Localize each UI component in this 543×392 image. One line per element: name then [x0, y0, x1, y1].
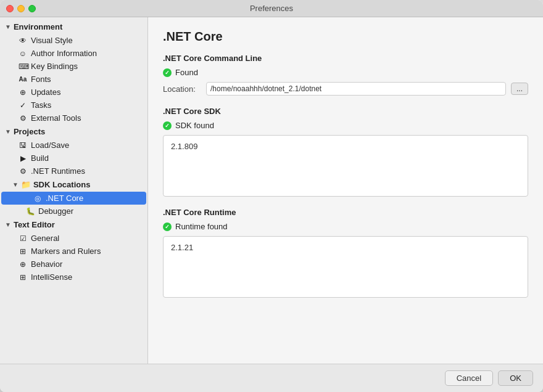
ok-button[interactable]: OK: [498, 370, 533, 386]
tasks-icon: ✓: [19, 101, 27, 110]
sidebar-item-label: Debugger: [38, 206, 73, 216]
runtime-title: .NET Core Runtime: [163, 208, 528, 217]
sidebar-item-key-bindings[interactable]: ⌨ Key Bindings: [1, 60, 146, 73]
sidebar-item-general[interactable]: ☑ General: [1, 232, 146, 245]
sidebar-item-label: Markers and Rulers: [31, 247, 101, 256]
updates-icon: ⊕: [19, 88, 27, 97]
sidebar-item-build[interactable]: ▶ Build: [1, 152, 146, 165]
sdk-section: .NET Core SDK SDK found 2.1.809: [163, 107, 528, 197]
sidebar-item-external-tools[interactable]: ⚙ External Tools: [1, 112, 146, 125]
runtime-version: 2.1.21: [171, 243, 193, 252]
build-icon: ▶: [19, 154, 27, 163]
intellisense-icon: ⊞: [19, 273, 27, 282]
markers-rulers-icon: ⊞: [19, 247, 27, 256]
command-line-section: .NET Core Command Line Found Location: .…: [163, 54, 528, 96]
command-line-title: .NET Core Command Line: [163, 54, 528, 63]
runtime-status-row: Runtime found: [163, 222, 528, 231]
sidebar-item-load-save[interactable]: 🖫 Load/Save: [1, 139, 146, 152]
sidebar-item-label: Updates: [31, 88, 60, 97]
text-editor-label: Text Editor: [14, 220, 55, 229]
command-line-status-row: Found: [163, 68, 528, 77]
sidebar-item-debugger[interactable]: 🐛 Debugger: [1, 205, 146, 218]
sdk-locations-folder-icon: 📁: [21, 180, 31, 189]
sidebar-section-projects[interactable]: ▼ Projects: [0, 125, 147, 139]
projects-label: Projects: [14, 127, 45, 136]
content-area: ▼ Environment 👁 Visual Style ☺ Author In…: [0, 17, 543, 364]
sidebar-item-label: IntelliSense: [31, 272, 72, 282]
browse-button[interactable]: ...: [511, 83, 528, 95]
runtime-version-box: 2.1.21: [163, 236, 528, 298]
net-runtimes-icon: ⚙: [19, 167, 27, 176]
sidebar-item-label: Build: [31, 153, 49, 163]
sidebar-item-label: .NET Runtimes: [31, 166, 85, 176]
sidebar-section-sdk-locations[interactable]: ▼ 📁 SDK Locations: [0, 178, 147, 192]
sidebar-item-label: Load/Save: [31, 141, 69, 150]
location-row: Location: ...: [163, 82, 528, 96]
sidebar-item-label: .NET Core: [46, 194, 83, 203]
net-core-icon: ◎: [33, 194, 42, 203]
sidebar-item-author-info[interactable]: ☺ Author Information: [1, 47, 146, 60]
runtime-found-text: Runtime found: [175, 222, 228, 231]
sdk-version-box: 2.1.809: [163, 135, 528, 197]
footer: Cancel OK: [0, 364, 543, 392]
sidebar-item-markers-rulers[interactable]: ⊞ Markers and Rulers: [1, 245, 146, 258]
projects-arrow-icon: ▼: [5, 128, 11, 135]
fonts-icon: Aa: [19, 76, 27, 83]
location-label: Location:: [163, 84, 201, 94]
sdk-title: .NET Core SDK: [163, 107, 528, 116]
runtime-section: .NET Core Runtime Runtime found 2.1.21: [163, 208, 528, 298]
sidebar-item-label: External Tools: [31, 113, 81, 123]
visual-style-icon: 👁: [19, 36, 27, 45]
found-status-text: Found: [175, 68, 198, 77]
environment-label: Environment: [14, 22, 62, 31]
sdk-version: 2.1.809: [171, 142, 197, 151]
load-save-icon: 🖫: [19, 141, 27, 150]
sidebar: ▼ Environment 👁 Visual Style ☺ Author In…: [0, 17, 148, 364]
preferences-dialog: Preferences ▼ Environment 👁 Visual Style…: [0, 0, 543, 392]
sidebar-item-label: Visual Style: [31, 36, 73, 45]
traffic-lights: [6, 5, 36, 12]
sdk-locations-arrow-icon: ▼: [12, 181, 19, 188]
sidebar-item-visual-style[interactable]: 👁 Visual Style: [1, 34, 146, 47]
close-button[interactable]: [6, 5, 14, 12]
sidebar-item-label: Behavior: [31, 259, 62, 269]
maximize-button[interactable]: [28, 5, 36, 12]
sidebar-item-fonts[interactable]: Aa Fonts: [1, 73, 146, 86]
text-editor-arrow-icon: ▼: [5, 221, 11, 228]
sdk-locations-label: SDK Locations: [33, 180, 90, 189]
sidebar-item-updates[interactable]: ⊕ Updates: [1, 86, 146, 99]
sidebar-item-intellisense[interactable]: ⊞ IntelliSense: [1, 271, 146, 284]
minimize-button[interactable]: [17, 5, 25, 12]
general-icon: ☑: [19, 234, 27, 243]
main-panel: .NET Core .NET Core Command Line Found L…: [148, 17, 543, 364]
sidebar-item-label: Author Information: [31, 49, 97, 58]
found-status-dot: [163, 68, 172, 77]
location-input[interactable]: [206, 82, 506, 96]
sidebar-item-net-runtimes[interactable]: ⚙ .NET Runtimes: [1, 165, 146, 178]
sidebar-item-behavior[interactable]: ⊕ Behavior: [1, 258, 146, 271]
external-tools-icon: ⚙: [19, 114, 27, 123]
runtime-found-dot: [163, 223, 172, 231]
behavior-icon: ⊕: [19, 260, 27, 269]
sdk-found-dot: [163, 121, 172, 130]
window-title: Preferences: [250, 4, 293, 13]
author-info-icon: ☺: [19, 49, 27, 58]
sidebar-section-environment[interactable]: ▼ Environment: [0, 20, 147, 34]
sidebar-item-tasks[interactable]: ✓ Tasks: [1, 99, 146, 112]
page-title: .NET Core: [163, 30, 528, 44]
titlebar: Preferences: [0, 0, 543, 17]
sdk-status-row: SDK found: [163, 121, 528, 130]
debugger-icon: 🐛: [26, 207, 35, 216]
environment-arrow-icon: ▼: [5, 23, 11, 30]
sidebar-item-label: Tasks: [31, 100, 51, 110]
sidebar-item-label: General: [31, 234, 59, 243]
sidebar-section-text-editor[interactable]: ▼ Text Editor: [0, 218, 147, 232]
key-bindings-icon: ⌨: [19, 62, 27, 71]
cancel-button[interactable]: Cancel: [445, 370, 493, 386]
sdk-found-text: SDK found: [175, 121, 214, 130]
sidebar-item-label: Key Bindings: [31, 62, 78, 71]
sidebar-item-net-core[interactable]: ◎ .NET Core: [1, 192, 146, 205]
sidebar-item-label: Fonts: [31, 75, 51, 84]
